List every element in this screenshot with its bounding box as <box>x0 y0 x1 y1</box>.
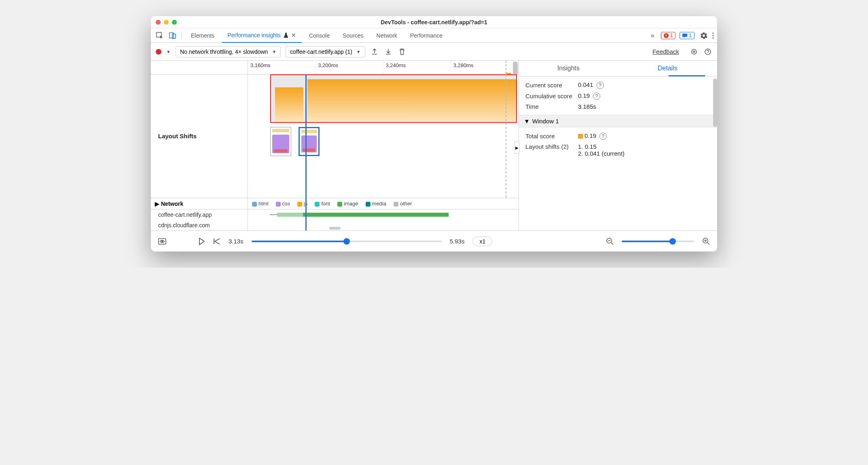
svg-rect-1 <box>169 33 174 38</box>
screenshot-thumb-selected[interactable] <box>299 127 320 156</box>
total-score-row: Total score 0.19? <box>525 131 711 142</box>
details-panel: ▶ Insights Details Current score 0.041? … <box>519 61 717 230</box>
traffic-lights <box>156 20 177 25</box>
svg-point-7 <box>692 49 697 54</box>
layout-shift-item[interactable]: 2. 0.041 (current) <box>578 150 625 157</box>
maximize-window-icon[interactable] <box>172 20 177 25</box>
expand-icon: ▶ <box>155 201 159 207</box>
slider-knob[interactable] <box>343 238 350 245</box>
host-name[interactable]: coffee-cart.netlify.app <box>151 209 248 220</box>
network-host-row: coffee-cart.netlify.app <box>151 209 519 220</box>
playback-speed[interactable]: x1 <box>472 237 492 246</box>
preview-toggle-icon[interactable] <box>158 238 166 245</box>
layout-shifts-label: Layout Shifts <box>151 74 248 198</box>
time-ruler: 3,160ms 3,200ms 3,240ms 3,280ms <box>151 61 519 74</box>
help-icon[interactable]: ? <box>593 93 600 100</box>
tab-console[interactable]: Console <box>303 28 335 43</box>
recording-select[interactable]: coffee-cart.netlify.app (1) ▼ <box>286 46 365 57</box>
help-icon[interactable]: ? <box>597 82 604 89</box>
layout-shifts-track[interactable] <box>248 74 519 198</box>
export-icon[interactable] <box>370 47 379 56</box>
score-swatch-icon <box>578 134 583 139</box>
delete-icon[interactable] <box>398 47 406 56</box>
time-ticks: 3,160ms 3,200ms 3,240ms 3,280ms <box>248 61 519 74</box>
detail-value: 0.041 <box>578 81 593 88</box>
horizontal-scroll-thumb[interactable] <box>329 227 341 230</box>
host-name[interactable]: cdnjs.cloudflare.com <box>151 220 248 230</box>
detail-value: 0.19 <box>578 92 590 99</box>
detail-value: 0.19 <box>584 132 596 139</box>
layout-shifts-list: 1. 0.15 2. 0.041 (current) <box>578 143 625 157</box>
layout-shift-block[interactable] <box>307 79 516 122</box>
close-tab-icon[interactable]: ✕ <box>291 32 296 38</box>
throttling-value: No network throttling, 4× slowdown <box>180 49 268 55</box>
host-bar-area[interactable] <box>248 209 519 220</box>
tab-label: Performance <box>410 32 442 39</box>
host-bar-area[interactable] <box>248 220 519 230</box>
collapse-panel-icon[interactable]: ▶ <box>514 142 520 154</box>
ruler-spacer <box>151 61 248 74</box>
tab-elements[interactable]: Elements <box>185 28 220 43</box>
network-header-row: ▶ Network html css js font image media o… <box>151 198 519 209</box>
window-1-content: Total score 0.19? Layout shifts (2) 1. 0… <box>519 127 717 162</box>
close-window-icon[interactable] <box>156 20 161 25</box>
tab-label: Performance insights <box>227 32 281 38</box>
range-end-dash <box>506 74 506 198</box>
right-scrollbar[interactable] <box>713 78 717 127</box>
playback-end-time: 5.93s <box>450 238 465 245</box>
more-tabs-icon[interactable]: » <box>648 32 657 39</box>
divider <box>182 32 182 40</box>
tab-details[interactable]: Details <box>618 61 717 76</box>
layout-shift-block[interactable] <box>275 87 303 122</box>
tab-network[interactable]: Network <box>371 28 403 43</box>
screenshot-thumb[interactable] <box>270 127 291 156</box>
errors-badge[interactable]: ✕ 1 <box>661 32 676 39</box>
playback-slider[interactable] <box>252 238 442 245</box>
legend-media: media <box>366 201 386 207</box>
request-download-bar <box>303 213 449 217</box>
device-toolbar-icon[interactable] <box>167 30 178 41</box>
recording-value: coffee-cart.netlify.app (1) <box>290 49 352 55</box>
throttling-select[interactable]: No network throttling, 4× slowdown ▼ <box>176 46 281 57</box>
details-content: Current score 0.041? Cumulative score 0.… <box>519 76 717 115</box>
tab-label: Console <box>309 32 330 39</box>
legend-font: font <box>315 201 330 207</box>
legend-css: css <box>276 201 290 207</box>
window-title: DevTools - coffee-cart.netlify.app/?ad=1 <box>151 19 717 25</box>
zoom-in-icon[interactable] <box>703 238 710 245</box>
help-icon[interactable] <box>703 47 712 56</box>
settings-icon[interactable] <box>700 32 707 39</box>
vertical-scrollbar[interactable] <box>513 61 518 70</box>
play-button[interactable] <box>199 238 205 245</box>
zoom-out-icon[interactable] <box>606 238 614 245</box>
panel-settings-icon[interactable] <box>690 47 699 56</box>
time-tick: 3,240ms <box>383 61 451 74</box>
chevron-down-icon: ▼ <box>272 49 276 54</box>
slider-knob[interactable] <box>669 238 676 245</box>
tab-sources[interactable]: Sources <box>337 28 369 43</box>
tab-performance[interactable]: Performance <box>404 28 448 43</box>
record-button[interactable] <box>156 49 161 55</box>
error-count: 1 <box>670 33 673 38</box>
kebab-menu-icon[interactable] <box>712 32 714 39</box>
detail-label: Time <box>525 103 578 110</box>
messages-badge[interactable]: 1 <box>680 32 694 39</box>
import-icon[interactable] <box>384 47 393 56</box>
network-label[interactable]: ▶ Network <box>151 198 248 209</box>
zoom-slider[interactable] <box>622 238 694 245</box>
layout-shift-item[interactable]: 1. 0.15 <box>578 143 625 150</box>
playhead[interactable] <box>305 74 307 230</box>
detail-label: Total score <box>525 133 578 140</box>
tab-performance-insights[interactable]: Performance insights ✕ <box>222 28 302 43</box>
minimize-window-icon[interactable] <box>164 20 169 25</box>
tab-insights[interactable]: Insights <box>519 61 618 76</box>
rewind-button[interactable] <box>213 238 220 245</box>
record-dropdown-icon[interactable]: ▼ <box>166 49 171 54</box>
main-body: 3,160ms 3,200ms 3,240ms 3,280ms Layout S… <box>151 61 717 230</box>
help-icon[interactable]: ? <box>599 133 607 140</box>
range-end-marker <box>506 61 506 74</box>
request-wait-bar <box>277 213 303 217</box>
feedback-link[interactable]: Feedback <box>652 48 679 55</box>
window-1-header[interactable]: ▼ Window 1 <box>519 115 717 127</box>
inspect-element-icon[interactable] <box>154 30 165 41</box>
